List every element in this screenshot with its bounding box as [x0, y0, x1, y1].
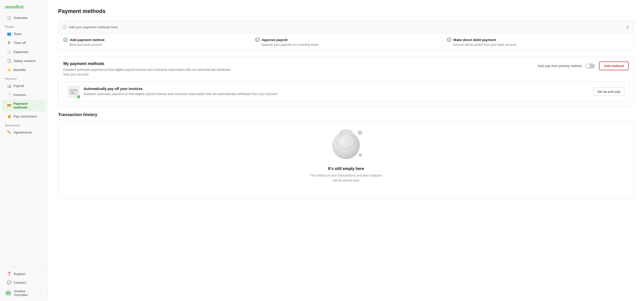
- section-card-title: My payment methods: [63, 62, 234, 66]
- card-illustration: [70, 89, 78, 95]
- timeoff-icon: 🗓: [7, 41, 11, 45]
- sidebar-item-label: Time off: [14, 41, 26, 45]
- sidebar-user[interactable]: AG Ariadna González ···: [0, 287, 48, 299]
- documents-section-label: Documents: [0, 121, 48, 128]
- globe-graphic: [332, 132, 360, 159]
- sidebar-item-invoices[interactable]: 📄 Invoices: [2, 90, 46, 99]
- section-card-info: My payment methods Establish automatic p…: [63, 62, 234, 77]
- avatar: AG: [5, 290, 12, 296]
- steps-banner-header-left: i Add your payment methods here: [63, 25, 118, 29]
- main-content: Payment methods i Add your payment metho…: [48, 0, 644, 301]
- sidebar-item-label: Salary revision: [14, 59, 36, 63]
- payroll-icon: 📊: [7, 84, 11, 88]
- page-title: Payment methods: [58, 8, 634, 14]
- step-item-make-payment: Make direct debit payment Amount will be…: [442, 34, 634, 50]
- pay-contractors-icon: 💰: [7, 114, 11, 118]
- autopay-title: Automatically pay off your invoices: [84, 87, 593, 91]
- sidebar-item-pay-contractors[interactable]: 💰 Pay contractors: [2, 112, 46, 120]
- sidebar-item-label: Payment methods: [14, 102, 41, 109]
- add-method-button[interactable]: Add method: [599, 62, 629, 70]
- agreements-icon: ✏️: [7, 130, 11, 134]
- payment-section-label: Payment: [0, 74, 48, 81]
- step-title-text: Add payment method: [70, 38, 104, 42]
- auto-pay-toggle[interactable]: [585, 64, 595, 68]
- sidebar-item-label: Expenses: [14, 50, 28, 54]
- sidebar-item-payment-methods[interactable]: 💳 Payment methods: [2, 100, 46, 112]
- steps-banner-header: i Add your payment methods here ∧: [58, 21, 634, 34]
- sidebar-item-expenses[interactable]: 🧾 Expenses: [2, 48, 46, 56]
- collapse-chevron-icon[interactable]: ∧: [626, 24, 629, 30]
- setup-autopay-button[interactable]: Set up auto pay: [593, 88, 624, 96]
- globe-hat: [340, 130, 352, 135]
- sidebar-item-label: Overview: [14, 16, 28, 20]
- steps-grid: Add payment method Bind your bank accoun…: [58, 34, 634, 50]
- section-card-desc: Establish automatic payment so that elig…: [63, 68, 234, 77]
- sidebar-item-label: Support: [14, 272, 25, 276]
- sidebar: remofirst ⬜ Overview People 👥 Team 🗓 Tim…: [0, 0, 48, 301]
- sidebar-item-support[interactable]: ❓ Support: [2, 270, 46, 278]
- steps-banner-title: Add your payment methods here: [69, 25, 118, 29]
- expenses-icon: 🧾: [7, 50, 11, 54]
- auto-pay-label: Auto pay from primary method: [538, 64, 581, 68]
- overview-icon: ⬜: [7, 16, 11, 20]
- step-check-icon: [255, 38, 260, 42]
- salary-icon: 📋: [7, 59, 11, 63]
- green-plus-icon: +: [77, 95, 81, 99]
- steps-banner: i Add your payment methods here ∧ Add pa…: [58, 20, 634, 51]
- sidebar-item-label: Pay contractors: [14, 114, 37, 118]
- step-title-text: Approve payroll: [262, 38, 287, 42]
- my-payment-methods-card: My payment methods Establish automatic p…: [58, 57, 634, 106]
- sidebar-item-label: Invoices: [14, 93, 26, 97]
- transaction-history-empty-state: It's still empty here The history of you…: [58, 121, 634, 199]
- autopay-card: + Automatically pay off your invoices Es…: [62, 82, 630, 102]
- sidebar-item-team[interactable]: 👥 Team: [2, 30, 46, 38]
- empty-state-desc: The history of your transactions and the…: [308, 173, 384, 184]
- empty-state-title: It's still empty here: [328, 166, 364, 171]
- sidebar-item-agreements[interactable]: ✏️ Agreements: [2, 128, 46, 136]
- step-check-icon: [447, 38, 451, 42]
- team-icon: 👥: [7, 32, 11, 36]
- section-card-header: My payment methods Establish automatic p…: [58, 57, 634, 82]
- globe-stone: [358, 130, 362, 135]
- sidebar-item-label: Team: [14, 32, 22, 36]
- step-item-add-payment: Add payment method Bind your bank accoun…: [58, 34, 250, 50]
- benefits-icon: ⭐: [7, 68, 11, 72]
- step-check-icon: [63, 38, 68, 42]
- step-item-approve-payroll: Approve payroll Approve your payrolls on…: [250, 34, 442, 50]
- step-title: Add payment method: [63, 38, 245, 42]
- step-desc: Amount will be pulled from your bank acc…: [447, 43, 629, 46]
- sidebar-item-label: Benefits: [14, 68, 26, 72]
- info-icon: i: [63, 25, 67, 29]
- sidebar-item-payroll[interactable]: 📊 Payroll: [2, 82, 46, 90]
- sidebar-item-label: Agreements: [14, 130, 32, 134]
- sidebar-bottom: ❓ Support 💬 Connect AG Ariadna González …: [0, 267, 48, 301]
- step-desc: Bind your bank account: [63, 43, 245, 46]
- payment-methods-icon: 💳: [7, 104, 11, 108]
- sidebar-item-salary-revision[interactable]: 📋 Salary revision: [2, 56, 46, 65]
- user-menu-dots-icon[interactable]: ···: [40, 291, 43, 295]
- sidebar-item-label: Connect: [14, 281, 26, 284]
- support-icon: ❓: [7, 272, 11, 276]
- sidebar-item-overview[interactable]: ⬜ Overview: [2, 14, 46, 22]
- connect-icon: 💬: [7, 280, 11, 284]
- step-title: Approve payroll: [255, 38, 437, 42]
- section-card-actions: Auto pay from primary method Add method: [538, 62, 629, 70]
- step-title-text: Make direct debit payment: [453, 38, 496, 42]
- logo: remofirst: [0, 0, 48, 13]
- empty-illustration: [331, 132, 361, 162]
- step-desc: Approve your payrolls on a monthly basis: [255, 43, 437, 46]
- people-section-label: People: [0, 22, 48, 29]
- invoices-icon: 📄: [7, 93, 11, 97]
- autopay-card-icon: +: [68, 86, 80, 98]
- sidebar-item-label: Payroll: [14, 84, 24, 88]
- autopay-info: Automatically pay off your invoices Esta…: [84, 87, 593, 96]
- sidebar-item-timeoff[interactable]: 🗓 Time off: [2, 38, 46, 47]
- sidebar-item-connect[interactable]: 💬 Connect: [2, 278, 46, 287]
- step-title: Make direct debit payment: [447, 38, 629, 42]
- sidebar-item-benefits[interactable]: ⭐ Benefits: [2, 66, 46, 74]
- transaction-history-title: Transaction history: [58, 112, 634, 117]
- globe-stone2: [359, 154, 362, 156]
- user-name: Ariadna González: [14, 289, 37, 297]
- autopay-desc: Establish automatic payment so that elig…: [84, 92, 593, 96]
